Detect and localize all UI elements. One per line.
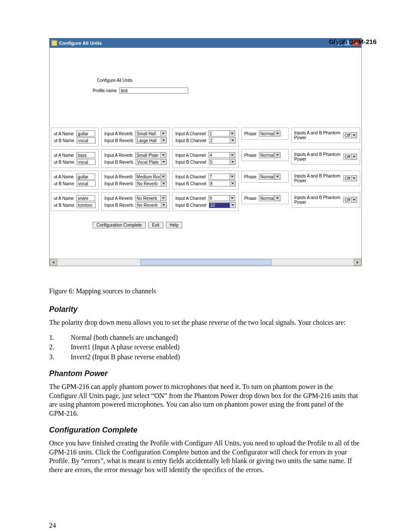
- text-input[interactable]: [76, 174, 95, 180]
- dropdown[interactable]: Off: [343, 154, 357, 160]
- dropdown[interactable]: Off: [343, 175, 357, 181]
- scroll-left-icon[interactable]: [50, 259, 57, 266]
- dropdown[interactable]: 9: [209, 195, 235, 201]
- app-icon: [51, 40, 57, 46]
- chevron-down-icon: [351, 197, 357, 202]
- chevron-down-icon: [230, 138, 235, 143]
- text-input[interactable]: [76, 152, 95, 158]
- chevron-down-icon: [160, 131, 166, 136]
- profile-name-input[interactable]: [119, 87, 188, 93]
- polarity-list: 1.Normal (both channels are unchanged)2.…: [49, 333, 362, 361]
- text-input[interactable]: [77, 202, 96, 208]
- dropdown[interactable]: 2: [209, 137, 236, 143]
- screenshot-window: Configure All Units _ ❐ × Configure All …: [49, 38, 362, 266]
- page-number: 24: [49, 522, 362, 529]
- phantom-heading: Phantom Power: [49, 369, 362, 378]
- unit-row: ut A Nameut B NameInput A ReverbSmall Pl…: [50, 148, 361, 169]
- polarity-heading: Polarity: [49, 305, 362, 314]
- dropdown[interactable]: Large Hall: [136, 137, 167, 143]
- dropdown[interactable]: No Reverb: [135, 195, 166, 201]
- list-text: Invert1 (Input A phase reverse enabled): [71, 343, 362, 352]
- dropdown[interactable]: Small Plate: [135, 152, 166, 158]
- config-complete-heading: Configuration Complete: [49, 426, 362, 435]
- text-input[interactable]: [77, 137, 96, 143]
- dropdown[interactable]: Normal: [259, 131, 280, 137]
- chevron-down-icon: [161, 159, 166, 165]
- chevron-down-icon: [274, 174, 280, 179]
- window-title: Configure All Units: [59, 40, 102, 46]
- chevron-down-icon: [274, 131, 280, 136]
- dropdown[interactable]: Medium Room: [135, 174, 166, 180]
- chevron-down-icon: [230, 202, 235, 208]
- dropdown[interactable]: 10: [209, 202, 236, 208]
- dropdown[interactable]: Small Hall: [135, 131, 166, 137]
- chevron-down-icon: [230, 159, 235, 165]
- dropdown[interactable]: 4: [209, 152, 235, 158]
- unit-row: ut A Nameut B NameInput A ReverbMedium R…: [50, 169, 361, 191]
- chevron-down-icon: [161, 138, 166, 143]
- scroll-thumb[interactable]: [140, 259, 272, 265]
- chevron-down-icon: [160, 174, 166, 179]
- chevron-down-icon: [229, 152, 235, 158]
- text-input[interactable]: [77, 180, 96, 187]
- chevron-down-icon: [274, 196, 280, 201]
- dropdown[interactable]: No Reverb: [136, 202, 167, 208]
- chevron-down-icon: [161, 202, 166, 208]
- profile-name-label: Profile name: [93, 88, 117, 93]
- phantom-paragraph: The GPM-216 can apply phantom power to m…: [49, 383, 362, 418]
- list-number: 3.: [49, 353, 71, 361]
- config-complete-paragraph: Once you have finished creating the Prof…: [49, 439, 362, 474]
- dropdown[interactable]: 7: [209, 174, 235, 180]
- chevron-down-icon: [351, 154, 357, 159]
- list-number: 1.: [49, 333, 71, 342]
- dropdown[interactable]: 5: [209, 159, 236, 165]
- horizontal-scrollbar[interactable]: [50, 258, 361, 266]
- dropdown[interactable]: Off: [343, 132, 357, 138]
- dropdown[interactable]: 8: [209, 180, 236, 187]
- chevron-down-icon: [230, 181, 235, 186]
- figure-caption: Figure 6: Mapping sources to channels: [49, 287, 362, 296]
- text-input[interactable]: [76, 131, 95, 137]
- scroll-right-icon[interactable]: [354, 259, 361, 266]
- exit-button[interactable]: Exit: [148, 222, 163, 228]
- dropdown[interactable]: Normal: [259, 152, 280, 158]
- configuration-complete-button[interactable]: Configuration Complete: [93, 222, 146, 228]
- dropdown[interactable]: Off: [343, 197, 357, 203]
- window-titlebar: Configure All Units _ ❐ ×: [50, 38, 361, 48]
- list-text: Invert2 (Input B phase reverse enabled): [71, 353, 362, 361]
- list-number: 2.: [49, 343, 71, 352]
- list-text: Normal (both channels are unchanged): [71, 333, 362, 342]
- chevron-down-icon: [351, 176, 357, 181]
- doc-header: Glyph GPM-216: [329, 38, 377, 45]
- text-input[interactable]: [76, 195, 95, 201]
- dropdown[interactable]: Normal: [259, 195, 280, 201]
- unit-row: ut A Nameut B NameInput A ReverbNo Rever…: [50, 191, 361, 212]
- dropdown[interactable]: No Reverb: [136, 180, 167, 187]
- form-heading: Configure All Units: [97, 78, 132, 83]
- polarity-paragraph: The polarity drop down menu allows you t…: [49, 318, 362, 327]
- text-input[interactable]: [77, 159, 96, 165]
- dropdown[interactable]: Vocal Plate: [136, 159, 167, 165]
- chevron-down-icon: [274, 152, 280, 158]
- chevron-down-icon: [160, 152, 166, 158]
- chevron-down-icon: [229, 174, 235, 179]
- chevron-down-icon: [160, 196, 166, 201]
- dropdown[interactable]: Normal: [259, 174, 280, 180]
- chevron-down-icon: [161, 181, 166, 186]
- unit-row: ut A Nameut B NameInput A ReverbSmall Ha…: [50, 126, 361, 148]
- dropdown[interactable]: 1: [209, 131, 235, 137]
- chevron-down-icon: [229, 196, 235, 201]
- chevron-down-icon: [229, 131, 235, 136]
- chevron-down-icon: [351, 133, 357, 138]
- help-button[interactable]: Help: [166, 222, 183, 228]
